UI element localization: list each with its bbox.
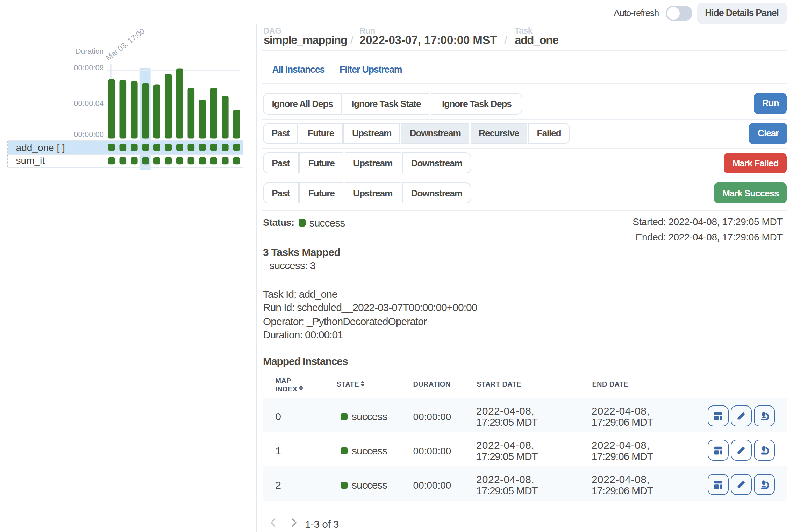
svg-text:Mar 03, 17:00: Mar 03, 17:00: [104, 27, 146, 62]
svg-text:00:00:04: 00:00:04: [74, 99, 104, 108]
svg-text:add_one [ ]: add_one [ ]: [16, 142, 65, 153]
svg-text:00:00:09: 00:00:09: [74, 63, 104, 72]
svg-text:00:00:00: 00:00:00: [74, 130, 104, 139]
svg-text:Duration: Duration: [76, 47, 103, 55]
svg-text:sum_it: sum_it: [16, 155, 45, 166]
